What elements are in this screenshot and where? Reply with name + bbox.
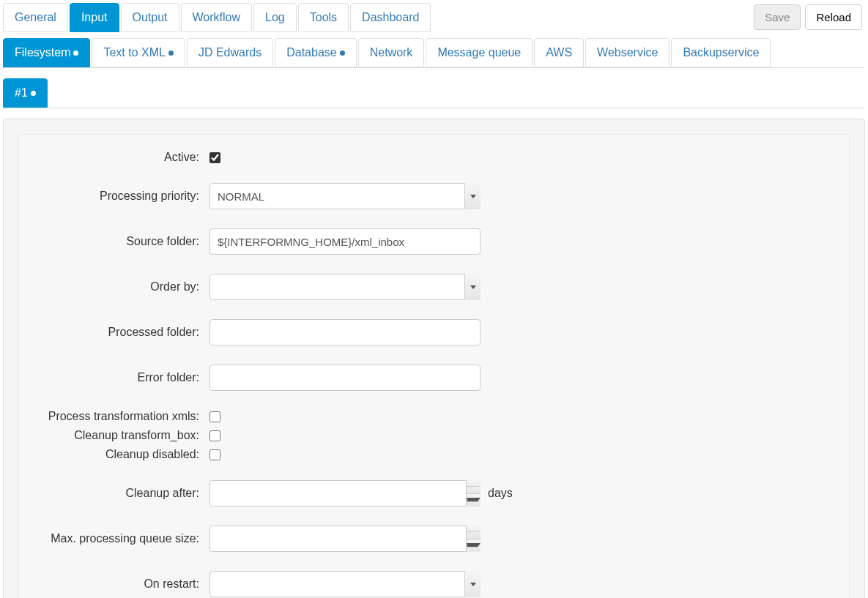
label-error-folder: Error folder: xyxy=(34,371,209,384)
indicator-dot-icon xyxy=(73,51,78,56)
save-button[interactable]: Save xyxy=(754,4,801,30)
instance-tabs: #1 xyxy=(3,78,865,108)
filesystem-panel: Active: Processing priority: NORMAL Sour… xyxy=(3,119,865,598)
tab-general[interactable]: General xyxy=(3,3,68,32)
processed-folder-input[interactable] xyxy=(209,319,481,345)
main-tabs: General Input Output Workflow Log Tools … xyxy=(3,3,432,32)
subtab-webservice[interactable]: Webservice xyxy=(585,38,669,67)
process-transform-xmls-checkbox[interactable] xyxy=(209,411,220,422)
order-by-select[interactable] xyxy=(209,274,481,300)
label-on-restart: On restart: xyxy=(34,578,209,591)
tab-tools[interactable]: Tools xyxy=(298,3,349,32)
tab-dashboard[interactable]: Dashboard xyxy=(350,3,431,32)
subtab-jd-edwards[interactable]: JD Edwards xyxy=(187,38,273,67)
label-cleanup-transform-box: Cleanup transform_box: xyxy=(34,429,209,442)
indicator-dot-icon xyxy=(168,51,174,56)
label-max-queue: Max. processing queue size: xyxy=(34,532,209,545)
priority-select[interactable]: NORMAL xyxy=(209,183,481,209)
tab-workflow[interactable]: Workflow xyxy=(181,3,253,32)
cleanup-after-input[interactable] xyxy=(209,480,481,507)
reload-button[interactable]: Reload xyxy=(805,4,862,30)
label-priority: Processing priority: xyxy=(34,190,209,203)
subtab-aws[interactable]: AWS xyxy=(534,38,584,67)
subtab-text-to-xml[interactable]: Text to XML xyxy=(92,38,185,67)
subtab-message-queue[interactable]: Message queue xyxy=(426,38,533,67)
label-process-transform-xmls: Process transformation xmls: xyxy=(34,410,209,423)
label-cleanup-after: Cleanup after: xyxy=(34,487,209,500)
tab-output[interactable]: Output xyxy=(121,3,179,32)
sub-tabs: Filesystem Text to XML JD Edwards Databa… xyxy=(3,38,865,68)
cleanup-transform-box-checkbox[interactable] xyxy=(209,430,220,441)
cleanup-disabled-checkbox[interactable] xyxy=(209,449,220,460)
source-folder-input[interactable] xyxy=(209,228,481,255)
tab-log[interactable]: Log xyxy=(253,3,297,32)
indicator-dot-icon xyxy=(340,51,345,56)
label-processed-folder: Processed folder: xyxy=(34,326,209,339)
tab-input[interactable]: Input xyxy=(70,3,119,32)
subtab-database[interactable]: Database xyxy=(275,38,357,67)
instance-tab-1[interactable]: #1 xyxy=(3,78,48,108)
error-folder-input[interactable] xyxy=(209,365,481,391)
subtab-backupservice[interactable]: Backupservice xyxy=(671,38,771,67)
label-order-by: Order by: xyxy=(34,280,209,294)
label-source-folder: Source folder: xyxy=(34,235,209,248)
subtab-network[interactable]: Network xyxy=(358,38,425,67)
indicator-dot-icon xyxy=(31,91,36,96)
subtab-filesystem[interactable]: Filesystem xyxy=(3,38,90,67)
cleanup-after-suffix: days xyxy=(488,487,513,500)
label-active: Active: xyxy=(34,151,209,164)
label-cleanup-disabled: Cleanup disabled: xyxy=(34,448,209,461)
action-buttons: Save Reload xyxy=(754,3,865,30)
max-queue-input[interactable] xyxy=(209,526,481,552)
on-restart-select[interactable] xyxy=(209,571,481,597)
active-checkbox[interactable] xyxy=(209,152,220,163)
